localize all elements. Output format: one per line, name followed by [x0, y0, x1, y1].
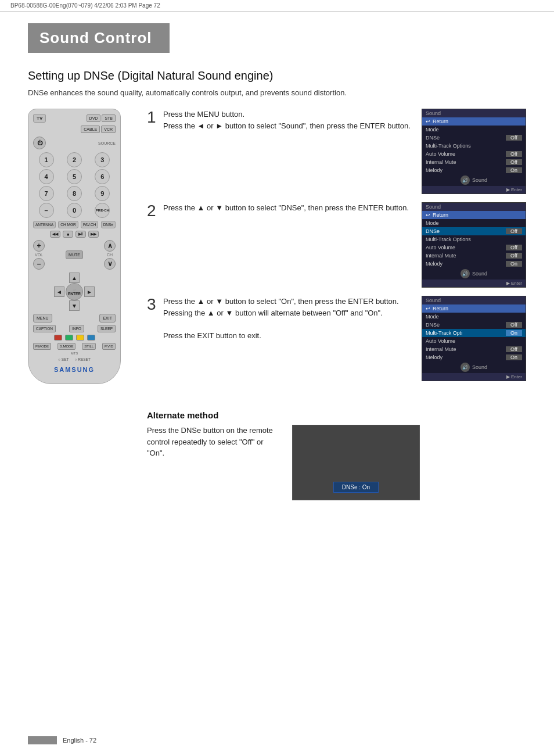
- btn-5[interactable]: 5: [67, 169, 82, 184]
- source-label: SOURCE: [98, 141, 116, 145]
- enter-button[interactable]: ↩ ENTER: [66, 283, 83, 300]
- play-button[interactable]: ▶II: [75, 231, 86, 238]
- alt-method-text: Press the DNSe button on the remote cont…: [147, 425, 280, 459]
- dnse-status-bar: DNSe : On: [333, 482, 379, 493]
- color-btn-red[interactable]: [54, 335, 62, 341]
- dpad-left[interactable]: ◄: [54, 286, 64, 297]
- sleep-button[interactable]: SLEEP: [98, 325, 116, 332]
- step-1-text: Press the MENU button.Press the ◄ or ► b…: [163, 109, 412, 131]
- caption-button[interactable]: CAPTION: [33, 325, 56, 332]
- power-button[interactable]: ⏻: [33, 137, 46, 149]
- osd-menu-1: Sound ↩ Return Mode DNSeOff Multi-Track …: [422, 109, 526, 194]
- cable-button[interactable]: CABLE: [81, 126, 100, 133]
- btn-3[interactable]: 3: [95, 152, 110, 167]
- vol-up-button[interactable]: +: [33, 240, 45, 252]
- dnse-display: DNSe : On: [292, 425, 420, 500]
- pmode-button[interactable]: P.MODE: [33, 343, 51, 350]
- btn-4[interactable]: 4: [39, 169, 54, 184]
- step-2-number: 2: [147, 202, 160, 220]
- tv-button[interactable]: TV: [33, 114, 46, 123]
- mute-button[interactable]: MUTE: [66, 250, 83, 259]
- antenna-button[interactable]: ANTENNA: [33, 221, 56, 228]
- ch-mgr-button[interactable]: CH MGR: [58, 221, 78, 228]
- number-pad: 1 2 3 4 5 6 7 8 9 – 0 PRE-CH: [33, 152, 116, 218]
- set-indicator: ○ SET: [58, 357, 69, 361]
- file-info: BP68-00588G-00Eng(070~079) 4/22/06 2:03 …: [10, 2, 160, 9]
- rew-button[interactable]: ◀◀: [50, 231, 60, 238]
- page-footer: English - 72: [28, 736, 526, 744]
- color-btn-green[interactable]: [65, 335, 73, 341]
- samsung-brand: SAMSUNG: [33, 366, 116, 373]
- ch-up-button[interactable]: ∧: [104, 240, 116, 252]
- color-btn-blue[interactable]: [87, 335, 95, 341]
- pvid-button[interactable]: P.VID: [102, 343, 116, 350]
- reset-indicator: ○ RESET: [74, 357, 90, 361]
- btn-7[interactable]: 7: [39, 186, 54, 201]
- step-3-number: 3: [147, 296, 160, 314]
- section-desc: DNSe enhances the sound quality, automat…: [28, 88, 526, 97]
- page-title: Sound Control: [39, 29, 152, 47]
- step-3-text: Press the ▲ or ▼ button to select "On", …: [163, 296, 412, 341]
- ff-button[interactable]: ▶▶: [88, 231, 99, 238]
- dnse-button[interactable]: DNSe: [101, 221, 116, 228]
- btn-9[interactable]: 9: [95, 186, 110, 201]
- osd1-return: ↩ Return: [422, 117, 526, 126]
- btn-dash[interactable]: –: [39, 203, 54, 218]
- alt-method-heading: Alternate method: [147, 410, 526, 420]
- dvd-button[interactable]: DVD: [87, 114, 101, 122]
- page-header: BP68-00588G-00Eng(070~079) 4/22/06 2:03 …: [0, 0, 554, 12]
- mts-label: MTS: [33, 352, 116, 355]
- btn-0[interactable]: 0: [67, 203, 82, 218]
- vcr-button[interactable]: VCR: [101, 126, 116, 133]
- dpad-down[interactable]: ▼: [69, 300, 80, 311]
- btn-prech[interactable]: PRE-CH: [95, 203, 110, 218]
- btn-1[interactable]: 1: [39, 152, 54, 167]
- title-box: Sound Control: [28, 23, 170, 53]
- dpad-up[interactable]: ▲: [69, 273, 80, 283]
- osd-menu-3: Sound ↩Return Mode DNSeOff Multi-Track O…: [422, 296, 526, 381]
- fav-ch-button[interactable]: FAV.CH: [81, 221, 98, 228]
- footer-page-number: English - 72: [63, 737, 96, 744]
- menu-button[interactable]: MENU: [33, 314, 52, 323]
- btn-2[interactable]: 2: [67, 152, 82, 167]
- section-heading: Setting up DNSe (Digital Natural Sound e…: [28, 69, 526, 83]
- footer-color-block: [28, 736, 57, 744]
- osd-menu-2: Sound ↩Return Mode DNSeOff Multi-Track O…: [422, 202, 526, 288]
- ch-down-button[interactable]: ∨: [104, 258, 116, 270]
- smode-button[interactable]: S.MODE: [57, 343, 76, 350]
- exit-button[interactable]: EXIT: [99, 314, 116, 323]
- btn-6[interactable]: 6: [95, 169, 110, 184]
- step-2-text: Press the ▲ or ▼ button to select "DNSe"…: [163, 202, 412, 214]
- osd2-return: ↩Return: [422, 211, 526, 219]
- osd3-header: Sound: [426, 298, 441, 303]
- vol-down-button[interactable]: –: [33, 258, 45, 270]
- remote-control: TV DVD STB CABLE VCR ⏻ SOURCE: [28, 109, 135, 384]
- still-button[interactable]: STILL: [82, 343, 96, 350]
- step-1-number: 1: [147, 109, 160, 127]
- osd3-return: ↩Return: [422, 304, 526, 313]
- osd1-header: Sound: [426, 110, 441, 116]
- stb-button[interactable]: STB: [102, 114, 116, 122]
- color-btn-yellow[interactable]: [76, 335, 84, 341]
- stop-button[interactable]: ■: [63, 231, 73, 238]
- osd2-header: Sound: [426, 204, 441, 210]
- info-button[interactable]: INFO: [69, 325, 84, 332]
- dpad-right[interactable]: ►: [84, 286, 95, 297]
- btn-8[interactable]: 8: [67, 186, 82, 201]
